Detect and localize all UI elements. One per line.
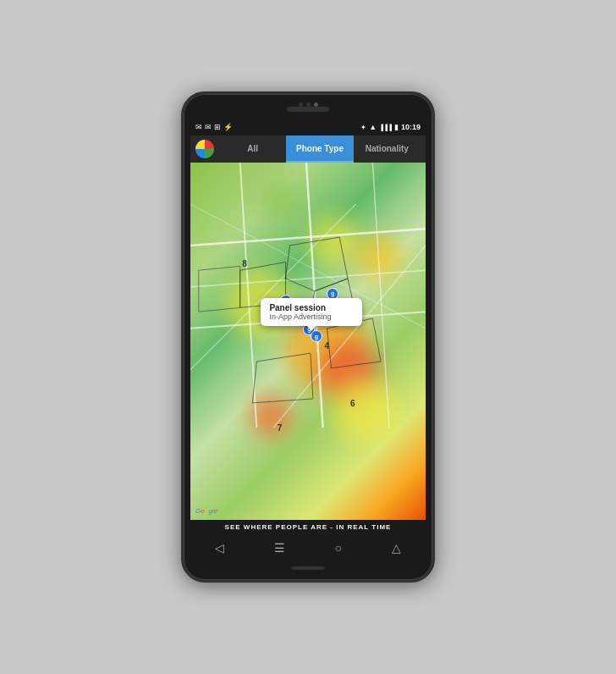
marker-g-4: g bbox=[311, 330, 322, 342]
popup-subtitle: In-App Advertising bbox=[269, 312, 354, 321]
status-icons-left: ✉ ✉ ⊞ ⚡ bbox=[195, 123, 233, 131]
svg-line-1 bbox=[190, 270, 426, 287]
app-logo bbox=[195, 140, 214, 158]
email-icon: ✉ bbox=[195, 123, 202, 131]
status-icons-right: ✦ ▲ ▐▐▐ ▮ 10:19 bbox=[360, 123, 421, 131]
popup-title: Panel session bbox=[269, 303, 354, 312]
grid-icon: ⊞ bbox=[214, 123, 221, 131]
email2-icon: ✉ bbox=[205, 123, 212, 131]
google-logo: Google bbox=[195, 507, 217, 515]
phone-bottom bbox=[190, 561, 426, 572]
svg-line-0 bbox=[190, 229, 426, 246]
area-label-4: 4 bbox=[324, 341, 329, 351]
home-button[interactable]: ○ bbox=[335, 541, 342, 555]
svg-marker-13 bbox=[252, 353, 312, 403]
phone-speaker bbox=[287, 107, 329, 112]
tab-nationality[interactable]: Nationality bbox=[354, 135, 421, 163]
tabs-bar: All Phone Type Nationality bbox=[219, 135, 421, 163]
nav-bar: ◁ ☰ ○ △ bbox=[190, 534, 426, 561]
phone-device: ✉ ✉ ⊞ ⚡ ✦ ▲ ▐▐▐ ▮ 10:19 All Phone Type N… bbox=[181, 91, 435, 583]
map-area[interactable]: 8 2 4 6 7 g g g g Panel session In-App A… bbox=[190, 163, 426, 520]
map-popup[interactable]: Panel session In-App Advertising bbox=[261, 298, 362, 326]
phone-home-bar bbox=[291, 566, 325, 570]
svg-line-6 bbox=[190, 204, 356, 370]
area-label-8: 8 bbox=[242, 259, 247, 268]
bluetooth-icon: ✦ bbox=[360, 124, 366, 131]
menu-button[interactable]: ☰ bbox=[274, 541, 285, 555]
svg-marker-9 bbox=[286, 237, 348, 291]
back-button[interactable]: ◁ bbox=[215, 541, 224, 555]
tab-all[interactable]: All bbox=[219, 135, 286, 163]
clock: 10:19 bbox=[401, 123, 421, 131]
svg-line-7 bbox=[273, 246, 426, 428]
signal-icon: ▐▐▐ bbox=[379, 124, 392, 130]
svg-marker-14 bbox=[199, 266, 240, 312]
area-label-7: 7 bbox=[278, 423, 283, 433]
map-streets-overlay bbox=[190, 163, 426, 428]
battery-icon: ▮ bbox=[394, 123, 399, 131]
area-label-6: 6 bbox=[350, 399, 355, 408]
bottom-banner: SEE WHERE PEOPLE ARE - IN REAL TIME bbox=[190, 520, 426, 534]
overview-button[interactable]: △ bbox=[392, 541, 401, 555]
app-bar: All Phone Type Nationality bbox=[190, 135, 426, 163]
popup-arrow bbox=[307, 326, 316, 331]
svg-line-4 bbox=[306, 163, 323, 428]
phone-screen: ✉ ✉ ⊞ ⚡ ✦ ▲ ▐▐▐ ▮ 10:19 All Phone Type N… bbox=[190, 119, 426, 561]
status-bar: ✉ ✉ ⊞ ⚡ ✦ ▲ ▐▐▐ ▮ 10:19 bbox=[190, 119, 426, 135]
wifi-icon: ▲ bbox=[369, 123, 377, 131]
usb-icon: ⚡ bbox=[223, 123, 233, 131]
svg-line-5 bbox=[372, 163, 389, 428]
tab-phone-type[interactable]: Phone Type bbox=[286, 135, 353, 163]
